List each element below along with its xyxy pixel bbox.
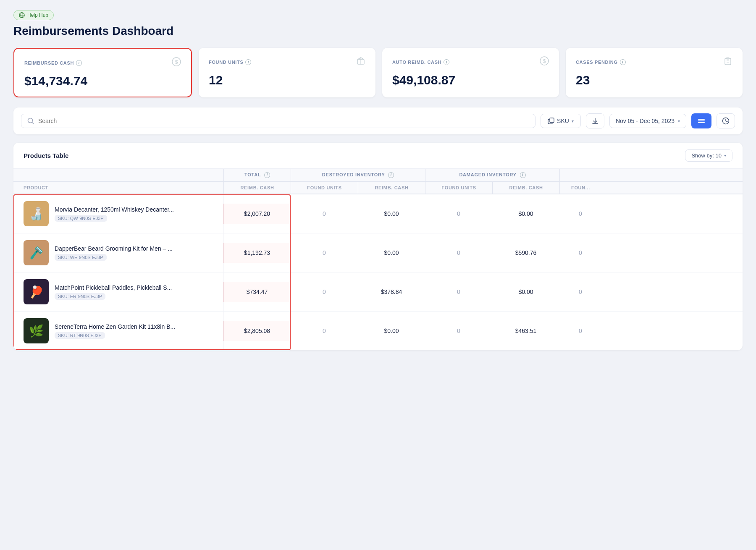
- product-thumb-icon-1: 🍶: [29, 207, 44, 221]
- search-icon: [27, 118, 34, 124]
- sub-col-product: PRODUCT: [13, 182, 223, 194]
- product-sku-4: SKU: RT-9N0S-EJ3P: [55, 332, 105, 339]
- data-reimb-cash-total-1: $2,007.20: [223, 204, 291, 224]
- table-title: Products Table: [24, 152, 68, 159]
- info-icon-cases-pending[interactable]: i: [620, 59, 626, 65]
- sku-chevron-icon: ▾: [572, 119, 574, 123]
- info-icon-found-units[interactable]: i: [245, 59, 251, 65]
- clock-icon: [722, 117, 730, 125]
- product-info-3: MatchPoint Pickleball Paddles, Picklebal…: [55, 284, 213, 300]
- product-cell-4: 🌿 SereneTerra Home Zen Garden Kit 11x8in…: [13, 312, 223, 350]
- stat-card-header-2: FOUND UNITS i: [209, 56, 365, 68]
- stat-card-cases-pending: CASES PENDING i 23: [566, 48, 743, 97]
- product-thumb-2: 🪒: [24, 240, 49, 265]
- dollar-icon-1: $: [172, 57, 181, 69]
- product-name-2: DapperBear Beard Grooming Kit for Men – …: [55, 245, 213, 252]
- table-inner: TOTAL i DESTROYED INVENTORY i DAMAGED IN…: [13, 169, 743, 350]
- data-found-units-total-4: 0: [291, 321, 358, 341]
- product-cell-3: 🏓 MatchPoint Pickleball Paddles, Pickleb…: [13, 272, 223, 311]
- info-icon-destroyed[interactable]: i: [388, 172, 394, 178]
- info-icon-auto-reimb[interactable]: i: [444, 59, 449, 65]
- show-by-button[interactable]: Show by: 10 ▾: [685, 149, 732, 162]
- product-name-4: SereneTerra Home Zen Garden Kit 11x8in B…: [55, 323, 213, 330]
- svg-rect-16: [550, 118, 554, 123]
- data-damaged-reimb-3: $0.00: [492, 282, 559, 302]
- sub-col-found-units-total: FOUND UNITS: [291, 182, 358, 194]
- stat-value-reimbursed-cash: $14,734.74: [24, 74, 181, 88]
- product-sku-1: SKU: QW-9N0S-EJ3P: [55, 215, 107, 222]
- list-view-button[interactable]: [691, 113, 711, 128]
- stat-card-header: REIMBURSED CASH i $: [24, 57, 181, 69]
- svg-text:$: $: [175, 59, 178, 65]
- info-icon-damaged[interactable]: i: [520, 172, 526, 178]
- col-group-destroyed: DESTROYED INVENTORY i: [291, 169, 425, 181]
- table-row: 🪒 DapperBear Beard Grooming Kit for Men …: [13, 233, 743, 272]
- stat-card-auto-reimb: AUTO REIMB. CASH i $ $49,108.87: [382, 48, 559, 97]
- cube-icon: [356, 56, 365, 68]
- product-thumb-icon-4: 🌿: [29, 324, 44, 338]
- sub-col-damaged-found: FOUN...: [559, 182, 601, 194]
- data-damaged-found-3: 0: [559, 282, 601, 302]
- data-damaged-reimb-2: $590.76: [492, 243, 559, 263]
- data-destroyed-found-4: 0: [425, 321, 492, 341]
- search-input[interactable]: [38, 118, 529, 124]
- product-info-2: DapperBear Beard Grooming Kit for Men – …: [55, 245, 213, 261]
- stats-row: REIMBURSED CASH i $ $14,734.74 FOUND UNI…: [13, 48, 743, 97]
- data-damaged-found-2: 0: [559, 243, 601, 263]
- product-thumb-1: 🍶: [24, 201, 49, 226]
- stat-card-reimbursed-cash: REIMBURSED CASH i $ $14,734.74: [13, 48, 192, 97]
- search-box[interactable]: [21, 114, 536, 128]
- data-found-units-total-3: 0: [291, 282, 358, 302]
- table-row: 🌿 SereneTerra Home Zen Garden Kit 11x8in…: [13, 312, 743, 350]
- info-icon-total[interactable]: i: [264, 172, 270, 178]
- product-thumb-4: 🌿: [24, 318, 49, 343]
- stat-label-found-units: FOUND UNITS i: [209, 59, 251, 65]
- page-title: Reimbursements Dashboard: [13, 24, 743, 38]
- data-reimb-cash-total-2: $1,192.73: [223, 243, 291, 263]
- table-header-bar: Products Table Show by: 10 ▾: [13, 143, 743, 169]
- data-destroyed-reimb-1: $0.00: [358, 204, 425, 224]
- help-hub-label: Help Hub: [27, 12, 48, 18]
- svg-line-14: [32, 122, 34, 124]
- stat-label-reimbursed-cash: REIMBURSED CASH i: [24, 60, 82, 66]
- table-row: 🏓 MatchPoint Pickleball Paddles, Pickleb…: [13, 272, 743, 312]
- sub-col-reimb-cash-total: REIMB. CASH: [223, 182, 291, 194]
- data-destroyed-reimb-3: $378.84: [358, 282, 425, 302]
- data-found-units-total-1: 0: [291, 204, 358, 224]
- stat-card-found-units: FOUND UNITS i 12: [199, 48, 375, 97]
- data-destroyed-reimb-2: $0.00: [358, 243, 425, 263]
- product-thumb-3: 🏓: [24, 279, 49, 304]
- stat-value-auto-reimb: $49,108.87: [392, 73, 549, 87]
- sku-button[interactable]: SKU ▾: [541, 114, 581, 128]
- date-range-label: Nov 05 - Dec 05, 2023: [616, 118, 675, 124]
- col-group-row: TOTAL i DESTROYED INVENTORY i DAMAGED IN…: [13, 169, 743, 182]
- product-cell-2: 🪒 DapperBear Beard Grooming Kit for Men …: [13, 233, 223, 272]
- date-range-chevron-icon: ▾: [678, 119, 680, 123]
- show-by-chevron-icon: ▾: [724, 153, 726, 158]
- sku-copy-icon: [548, 118, 554, 124]
- info-icon-reimbursed-cash[interactable]: i: [76, 60, 82, 66]
- toolbar: SKU ▾ Nov 05 - Dec 05, 2023 ▾: [13, 107, 743, 134]
- col-group-damaged: DAMAGED INVENTORY i: [425, 169, 559, 181]
- download-button[interactable]: [586, 113, 604, 128]
- clipboard-icon: [723, 56, 732, 68]
- data-destroyed-found-1: 0: [425, 204, 492, 224]
- product-thumb-icon-2: 🪒: [29, 246, 44, 260]
- download-icon: [591, 117, 599, 125]
- data-reimb-cash-total-4: $2,805.08: [223, 321, 291, 341]
- product-name-1: Morvia Decanter, 1250ml Whiskey Decanter…: [55, 206, 213, 213]
- data-destroyed-reimb-4: $0.00: [358, 321, 425, 341]
- stat-card-header-3: AUTO REIMB. CASH i $: [392, 56, 549, 68]
- stat-value-found-units: 12: [209, 73, 365, 87]
- products-table-section: Products Table Show by: 10 ▾ TOTAL i DES…: [13, 143, 743, 350]
- clock-view-button[interactable]: [717, 113, 735, 128]
- data-destroyed-found-2: 0: [425, 243, 492, 263]
- product-info-4: SereneTerra Home Zen Garden Kit 11x8in B…: [55, 323, 213, 339]
- data-damaged-found-1: 0: [559, 204, 601, 224]
- date-range-button[interactable]: Nov 05 - Dec 05, 2023 ▾: [609, 114, 686, 128]
- help-hub-badge[interactable]: Help Hub: [13, 10, 54, 20]
- data-found-units-total-2: 0: [291, 243, 358, 263]
- sub-col-destroyed-found: FOUND UNITS: [425, 182, 492, 194]
- data-destroyed-found-3: 0: [425, 282, 492, 302]
- svg-text:$: $: [543, 58, 546, 64]
